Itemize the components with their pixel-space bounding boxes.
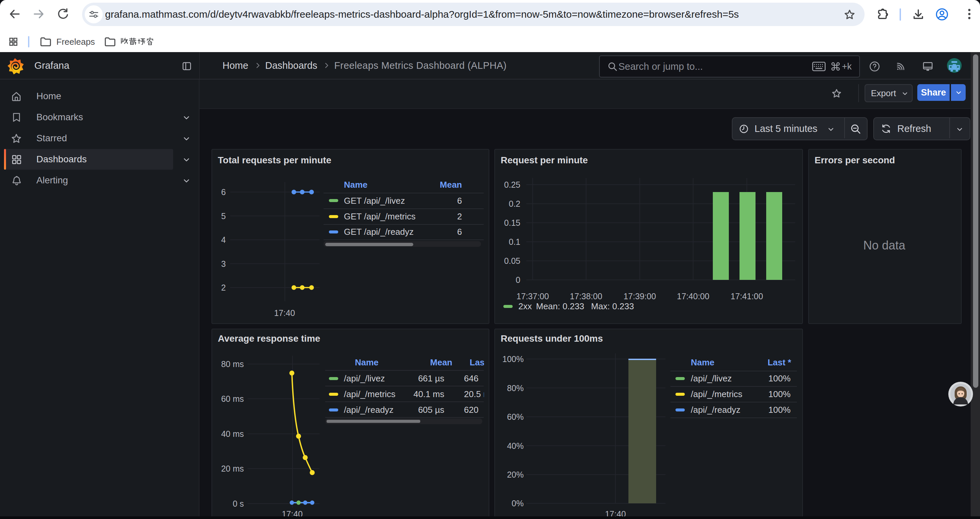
svg-text:4: 4 [221, 235, 226, 244]
svg-text:100%: 100% [502, 355, 524, 364]
svg-text:17:39:00: 17:39:00 [624, 292, 656, 301]
svg-text:60 ms: 60 ms [221, 394, 244, 404]
svg-text:0.25: 0.25 [504, 180, 520, 189]
svg-text:40%: 40% [507, 441, 524, 450]
svg-text:2xx: 2xx [519, 301, 532, 311]
svg-text:0.1: 0.1 [509, 237, 520, 246]
svg-text:0.2: 0.2 [509, 199, 520, 208]
svg-text:40 ms: 40 ms [221, 429, 244, 439]
svg-text:20 ms: 20 ms [221, 464, 244, 473]
svg-text:Mean: 0.233: Mean: 0.233 [536, 301, 584, 311]
svg-text:3: 3 [221, 259, 226, 268]
svg-text:0 s: 0 s [233, 499, 244, 508]
svg-text:17:40:00: 17:40:00 [677, 292, 709, 301]
svg-text:Max: 0.233: Max: 0.233 [591, 301, 634, 311]
svg-text:17:37:00: 17:37:00 [516, 292, 549, 301]
svg-text:0.05: 0.05 [504, 256, 520, 265]
svg-text:20%: 20% [507, 470, 524, 479]
svg-text:17:38:00: 17:38:00 [570, 292, 602, 301]
svg-text:17:41:00: 17:41:00 [730, 292, 763, 301]
svg-text:5: 5 [221, 211, 226, 221]
svg-text:6: 6 [221, 187, 226, 197]
svg-text:0: 0 [516, 275, 520, 284]
svg-text:60%: 60% [507, 412, 524, 422]
svg-text:0%: 0% [512, 498, 524, 508]
svg-text:0.15: 0.15 [504, 218, 520, 227]
svg-text:17:40: 17:40 [274, 308, 295, 318]
svg-text:80%: 80% [507, 383, 524, 393]
svg-text:2: 2 [221, 283, 226, 292]
svg-text:80 ms: 80 ms [221, 359, 244, 369]
